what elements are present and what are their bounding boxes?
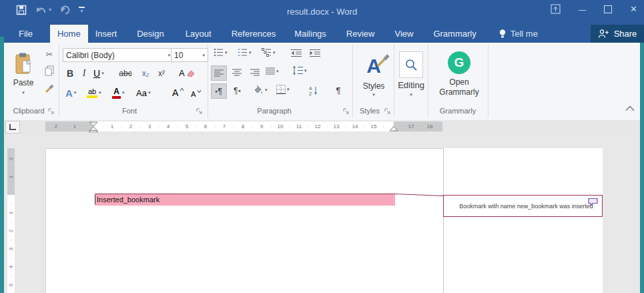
comment-icon[interactable] — [587, 198, 599, 206]
paste-button[interactable]: Paste ▾ — [8, 45, 39, 101]
comment-text: Bookmark with name new_bookmark was inse… — [459, 203, 593, 210]
italic-button[interactable]: I — [79, 67, 89, 80]
collapse-ribbon-button[interactable] — [625, 105, 635, 111]
inserted-bookmark-text[interactable]: Inserted_bookmark — [95, 194, 395, 206]
chevron-down-icon[interactable]: ▾ — [99, 90, 101, 95]
show-paragraph-marks-button[interactable]: ¶ — [331, 83, 346, 97]
font-size-combobox[interactable]: 10 ▾ — [171, 48, 208, 62]
tab-grammarly[interactable]: Grammarly — [426, 25, 483, 43]
styles-group-label: Styles — [352, 107, 387, 115]
borders-button[interactable]: ▾ — [276, 85, 290, 94]
increase-indent-button[interactable] — [308, 47, 322, 59]
minimize-button[interactable]: — — [579, 5, 586, 13]
chevron-down-icon[interactable]: ▾ — [249, 50, 252, 55]
grammarly-group-label: Grammarly — [428, 107, 488, 115]
comment-balloon[interactable]: Bookmark with name new_bookmark was inse… — [443, 195, 603, 217]
tab-mailings[interactable]: Mailings — [287, 25, 334, 43]
font-color-button[interactable]: A ▾ — [112, 84, 125, 101]
text-cursor — [95, 195, 95, 204]
shading-button[interactable]: ▾ — [252, 85, 268, 95]
tab-references[interactable]: References — [224, 25, 283, 43]
v-ruler[interactable]: 2112345········ — [7, 148, 15, 293]
shading-bucket-icon — [252, 85, 264, 95]
tab-stop-selector[interactable] — [5, 121, 20, 133]
markup-area — [444, 148, 603, 293]
tell-me-label: Tell me — [511, 29, 538, 39]
grow-font-button[interactable]: A — [172, 85, 184, 100]
tab-file[interactable]: File — [9, 25, 42, 43]
chevron-down-icon[interactable]: ▾ — [287, 87, 290, 92]
chevron-down-icon[interactable]: ▾ — [273, 50, 276, 55]
line-spacing-button[interactable]: ▾ — [292, 65, 307, 75]
multilevel-list-button[interactable]: ▾ — [262, 48, 276, 57]
format-painter-button[interactable] — [41, 82, 57, 94]
tab-layout[interactable]: Layout — [178, 25, 219, 43]
ribbon-display-options-icon[interactable] — [551, 4, 561, 14]
styles-gallery-button[interactable]: A Styles ▾ — [355, 45, 392, 103]
editing-button[interactable]: Editing ▾ — [395, 45, 427, 103]
chevron-down-icon[interactable]: ▾ — [304, 68, 307, 73]
change-case-button[interactable]: Aa ▾ — [136, 85, 150, 100]
borders-grid-icon — [276, 85, 286, 94]
hanging-indent-marker[interactable] — [89, 127, 97, 131]
tell-me-button[interactable]: Tell me — [492, 25, 545, 43]
chevron-down-icon[interactable]: ▾ — [202, 53, 205, 58]
chevron-down-icon[interactable]: ▾ — [168, 53, 170, 58]
underline-button[interactable]: U ▾ — [93, 67, 104, 80]
shrink-font-button[interactable]: A — [191, 87, 202, 101]
paste-dropdown-icon[interactable]: ▾ — [22, 90, 25, 95]
chevron-down-icon[interactable]: ▾ — [148, 90, 151, 95]
underline-label: U — [93, 68, 100, 79]
align-left-button[interactable] — [211, 65, 227, 81]
justify-button[interactable]: ▾ — [266, 67, 279, 75]
numbering-button[interactable]: ▾ — [238, 48, 252, 57]
cut-button[interactable]: ✂ — [41, 48, 57, 60]
first-line-indent-marker[interactable] — [89, 122, 97, 126]
close-button[interactable]: ✕ — [630, 4, 637, 14]
chevron-down-icon[interactable]: ▾ — [276, 69, 279, 74]
sort-button[interactable]: A Z — [306, 83, 320, 97]
tab-review[interactable]: Review — [339, 25, 382, 43]
maximize-button[interactable] — [604, 5, 612, 13]
text-effects-button[interactable]: A ▾ — [65, 85, 76, 100]
styles-dialog-launcher[interactable] — [384, 108, 391, 115]
text-highlight-button[interactable]: ab ▾ — [87, 84, 101, 101]
tab-insert[interactable]: Insert — [88, 25, 125, 43]
subscript-button[interactable]: x₂ — [139, 67, 152, 80]
align-right-button[interactable] — [248, 65, 262, 79]
right-indent-marker[interactable] — [390, 126, 398, 131]
chevron-down-icon[interactable]: ▾ — [225, 50, 228, 55]
text-effects-letter: A — [65, 87, 73, 99]
window-controls: — ✕ — [551, 4, 637, 14]
change-case-label: Aa — [136, 88, 147, 98]
share-button[interactable]: Share — [591, 25, 644, 43]
align-center-button[interactable] — [230, 65, 244, 79]
bullets-button[interactable]: ▾ — [214, 48, 228, 57]
tab-design[interactable]: Design — [129, 25, 171, 43]
clipboard-dialog-launcher[interactable] — [48, 108, 55, 115]
tab-home[interactable]: Home — [50, 25, 88, 43]
chevron-down-icon[interactable]: ▾ — [101, 71, 104, 76]
paragraph-dialog-launcher[interactable] — [343, 108, 350, 115]
open-grammarly-button[interactable]: G Open Grammarly — [430, 45, 488, 103]
tab-stop-icon — [9, 124, 16, 130]
rtl-text-direction-button[interactable]: ¶◂ — [230, 83, 244, 97]
superscript-button[interactable]: x² — [155, 67, 168, 80]
tab-view[interactable]: View — [387, 25, 420, 43]
document-page[interactable] — [45, 148, 443, 293]
strikethrough-button[interactable]: abc — [116, 67, 135, 80]
copy-button[interactable] — [41, 65, 57, 77]
highlight-letters: ab — [88, 87, 96, 95]
left-indent-marker[interactable] — [89, 131, 97, 133]
ltr-text-direction-button[interactable]: ▸¶ — [211, 83, 227, 99]
align-center-icon — [232, 69, 242, 77]
chevron-down-icon[interactable]: ▾ — [74, 90, 77, 95]
font-color-bar — [112, 96, 121, 99]
decrease-indent-button[interactable] — [290, 47, 303, 59]
chevron-down-icon[interactable]: ▾ — [265, 87, 268, 93]
chevron-down-icon[interactable]: ▾ — [122, 90, 125, 95]
font-dialog-launcher[interactable] — [196, 108, 203, 115]
bold-button[interactable]: B — [64, 67, 76, 80]
font-name-combobox[interactable]: Calibri (Body) ▾ — [63, 48, 174, 62]
clear-formatting-button[interactable]: A — [179, 65, 195, 80]
